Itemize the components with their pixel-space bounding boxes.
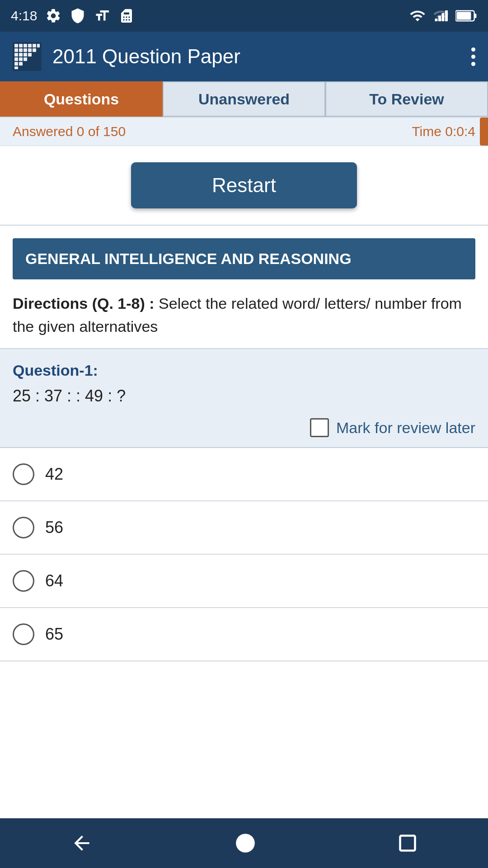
- status-left: 4:18: [11, 8, 135, 24]
- svg-rect-10: [23, 44, 27, 47]
- sim-icon: [118, 8, 135, 24]
- app-logo: [13, 42, 42, 71]
- svg-rect-12: [33, 44, 36, 47]
- directions-prefix: Directions (Q. 1-8) :: [13, 295, 155, 312]
- option-item-64[interactable]: 64: [0, 555, 488, 608]
- recent-square-icon: [398, 833, 418, 853]
- option-value-56: 56: [45, 518, 63, 537]
- more-dot-1: [471, 47, 475, 52]
- back-icon: [70, 832, 93, 854]
- svg-rect-27: [19, 62, 23, 66]
- battery-icon: [455, 8, 477, 24]
- tab-bar: Questions Unanswered To Review: [0, 81, 488, 118]
- svg-rect-9: [19, 44, 23, 47]
- nav-recent-button[interactable]: [398, 833, 418, 853]
- option-radio-65[interactable]: [13, 623, 34, 645]
- option-value-42: 42: [45, 465, 63, 484]
- option-item-65[interactable]: 65: [0, 608, 488, 661]
- option-item-56[interactable]: 56: [0, 501, 488, 555]
- tab-questions[interactable]: Questions: [0, 81, 163, 117]
- svg-rect-3: [435, 19, 438, 21]
- answered-count: Answered 0 of 150: [13, 124, 126, 139]
- svg-rect-16: [23, 48, 27, 52]
- app-header: 2011 Question Paper: [0, 32, 488, 81]
- status-right: [408, 8, 477, 24]
- svg-rect-8: [14, 44, 18, 47]
- svg-rect-30: [400, 836, 415, 851]
- signal-icon: [433, 8, 449, 24]
- nav-home-button[interactable]: [234, 832, 257, 854]
- nav-back-button[interactable]: [70, 832, 93, 854]
- svg-rect-0: [445, 10, 448, 21]
- svg-point-29: [236, 834, 255, 853]
- section-header: GENERAL INTELLIGENCE AND REASONING: [13, 238, 475, 279]
- svg-rect-24: [19, 57, 23, 61]
- app-header-left: 2011 Question Paper: [13, 42, 240, 71]
- shield-icon: [70, 8, 86, 24]
- progress-bar: Answered 0 of 150 Time 0:0:4: [0, 118, 488, 146]
- svg-rect-17: [28, 48, 32, 52]
- timer: Time 0:0:4: [412, 124, 475, 139]
- svg-rect-1: [442, 13, 445, 21]
- svg-rect-15: [19, 48, 23, 52]
- settings-icon: [45, 8, 61, 24]
- svg-rect-6: [474, 14, 477, 18]
- svg-rect-21: [23, 53, 27, 57]
- restart-button[interactable]: Restart: [131, 162, 357, 208]
- option-value-64: 64: [45, 571, 63, 590]
- more-dot-3: [471, 62, 475, 66]
- option-radio-42[interactable]: [13, 463, 34, 485]
- more-dot-2: [471, 55, 475, 59]
- option-radio-64[interactable]: [13, 570, 34, 592]
- main-content: Restart GENERAL INTELLIGENCE AND REASONI…: [0, 146, 488, 818]
- svg-rect-5: [456, 12, 471, 20]
- svg-rect-20: [19, 53, 23, 57]
- svg-rect-2: [438, 16, 441, 21]
- restart-area: Restart: [0, 146, 488, 226]
- mark-review-label: Mark for review later: [336, 419, 475, 437]
- svg-rect-19: [14, 53, 18, 57]
- options-list: 42 56 64 65: [0, 448, 488, 661]
- option-radio-56[interactable]: [13, 517, 34, 538]
- directions: Directions (Q. 1-8) : Select the related…: [0, 279, 488, 349]
- status-time: 4:18: [11, 8, 37, 24]
- app-title: 2011 Question Paper: [52, 45, 240, 68]
- svg-rect-28: [14, 66, 18, 69]
- nav-bar: [0, 818, 488, 868]
- svg-rect-14: [14, 48, 18, 52]
- mark-review-container: Mark for review later: [13, 418, 475, 437]
- tab-unanswered[interactable]: Unanswered: [163, 81, 325, 117]
- svg-rect-26: [14, 62, 18, 66]
- option-item-42[interactable]: 42: [0, 448, 488, 501]
- wifi-icon: [408, 8, 427, 24]
- tab-to-review[interactable]: To Review: [325, 81, 488, 117]
- font-icon: [94, 8, 110, 24]
- svg-rect-25: [23, 57, 27, 61]
- svg-rect-11: [28, 44, 32, 47]
- question-text: 25 : 37 : : 49 : ?: [13, 387, 475, 406]
- more-menu-button[interactable]: [471, 47, 475, 66]
- status-bar: 4:18: [0, 0, 488, 32]
- svg-rect-13: [37, 44, 40, 47]
- home-circle-icon: [234, 832, 257, 854]
- scroll-indicator: [480, 118, 488, 146]
- svg-rect-18: [33, 48, 36, 52]
- mark-review-checkbox[interactable]: [310, 418, 329, 437]
- question-label: Question-1:: [13, 362, 475, 379]
- option-value-65: 65: [45, 625, 63, 644]
- svg-rect-23: [14, 57, 18, 61]
- question-block: Question-1: 25 : 37 : : 49 : ? Mark for …: [0, 349, 488, 448]
- svg-rect-22: [28, 53, 32, 57]
